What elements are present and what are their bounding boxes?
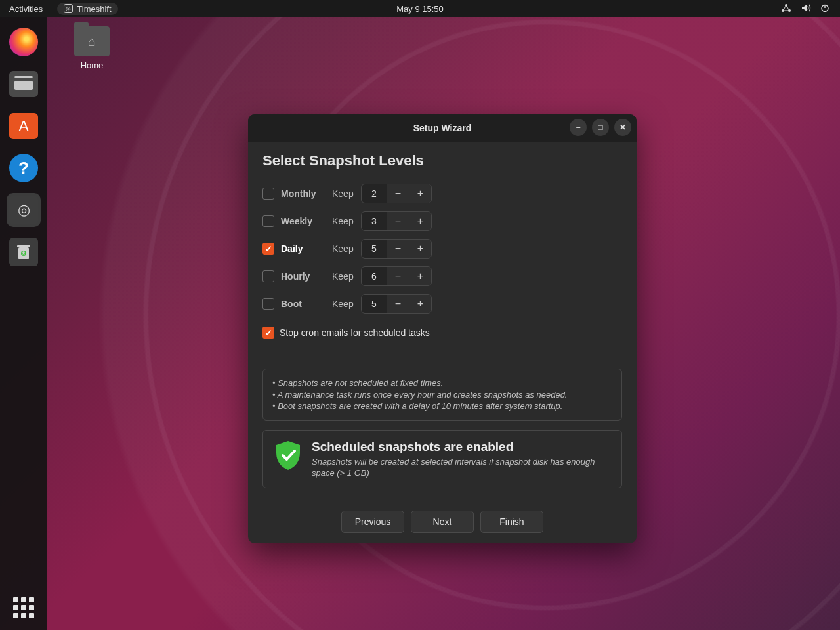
value-boot[interactable] (362, 299, 387, 309)
window-close[interactable]: ✕ (614, 119, 631, 136)
note-line-2: • A maintenance task runs once every hou… (272, 389, 612, 401)
label-monthly: Monthly (281, 188, 332, 199)
level-row-hourly: Hourly Keep − + (262, 262, 622, 290)
volume-icon[interactable] (801, 3, 811, 14)
dec-monthly[interactable]: − (387, 184, 409, 203)
firefox-icon (9, 28, 38, 56)
value-hourly[interactable] (362, 271, 387, 282)
folder-icon: ⌂ (74, 26, 110, 56)
timeshift-icon: ◎ (64, 4, 73, 13)
setup-wizard-window: Setup Wizard − □ ✕ Select Snapshot Level… (248, 114, 637, 543)
checkbox-stop-cron[interactable]: ✓ (262, 327, 274, 339)
level-row-boot: Boot Keep − + (262, 290, 622, 318)
inc-weekly[interactable]: + (409, 211, 431, 231)
topbar-app-indicator[interactable]: ◎ Timeshift (57, 3, 117, 15)
window-content: Select Snapshot Levels Monthly Keep − + … (248, 142, 637, 497)
inc-hourly[interactable]: + (409, 266, 431, 286)
checkbox-hourly[interactable] (262, 270, 274, 282)
checkbox-daily[interactable]: ✓ (262, 243, 274, 255)
activities-button[interactable]: Activities (0, 4, 52, 14)
spinner-hourly: − + (361, 266, 432, 286)
inc-monthly[interactable]: + (409, 184, 431, 203)
inc-daily[interactable]: + (409, 239, 431, 259)
keep-label-weekly: Keep (332, 216, 361, 226)
window-minimize[interactable]: − (570, 119, 587, 136)
keep-label-hourly: Keep (332, 271, 361, 282)
value-weekly[interactable] (362, 216, 387, 226)
spinner-weekly: − + (361, 211, 432, 231)
checkbox-monthly[interactable] (262, 188, 274, 200)
previous-button[interactable]: Previous (341, 511, 404, 533)
value-monthly[interactable] (362, 188, 387, 199)
dock-firefox[interactable] (7, 25, 41, 59)
svg-rect-5 (17, 245, 30, 247)
shield-check-icon (274, 440, 303, 471)
keep-label-boot: Keep (332, 299, 361, 309)
dec-daily[interactable]: − (387, 239, 409, 259)
stop-cron-label: Stop cron emails for scheduled tasks (280, 327, 430, 338)
note-line-1: • Snapshots are not scheduled at fixed t… (272, 377, 612, 389)
keep-label-monthly: Keep (332, 188, 361, 199)
power-icon[interactable] (820, 3, 830, 14)
network-icon[interactable] (781, 3, 791, 14)
label-boot: Boot (281, 299, 332, 309)
level-row-daily: ✓ Daily Keep − + (262, 235, 622, 262)
status-body: Snapshots will be created at selected in… (312, 457, 612, 479)
note-line-3: • Boot snapshots are created with a dela… (272, 400, 612, 412)
status-title: Scheduled snapshots are enabled (312, 440, 612, 454)
label-hourly: Hourly (281, 271, 332, 282)
desktop-home-label: Home (68, 60, 116, 70)
show-apps-button[interactable] (13, 597, 34, 618)
timeshift-app-icon: ◎ (9, 196, 38, 224)
trash-icon (9, 238, 38, 266)
dock-timeshift[interactable]: ◎ (7, 193, 41, 227)
wizard-nav: Previous Next Finish (248, 511, 637, 533)
window-title: Setup Wizard (413, 123, 472, 133)
inc-boot[interactable]: + (409, 294, 431, 314)
window-maximize[interactable]: □ (592, 119, 609, 136)
label-weekly: Weekly (281, 216, 332, 226)
dock-help[interactable]: ? (7, 151, 41, 185)
dec-weekly[interactable]: − (387, 211, 409, 231)
files-icon (9, 71, 38, 97)
stop-cron-row: ✓ Stop cron emails for scheduled tasks (262, 327, 622, 339)
page-heading: Select Snapshot Levels (262, 152, 622, 169)
dock-files[interactable] (7, 67, 41, 101)
value-daily[interactable] (362, 243, 387, 254)
top-bar: Activities ◎ Timeshift May 9 15:50 (0, 0, 840, 17)
spinner-daily: − + (361, 239, 432, 259)
finish-button[interactable]: Finish (480, 511, 543, 533)
checkbox-weekly[interactable] (262, 215, 274, 227)
notes-panel: • Snapshots are not scheduled at fixed t… (262, 369, 622, 421)
spinner-monthly: − + (361, 184, 432, 203)
label-daily: Daily (281, 243, 332, 254)
keep-label-daily: Keep (332, 243, 361, 254)
checkbox-boot[interactable] (262, 298, 274, 310)
next-button[interactable]: Next (411, 511, 474, 533)
window-titlebar[interactable]: Setup Wizard − □ ✕ (248, 114, 637, 142)
dock-software[interactable]: A (7, 109, 41, 143)
dock: A ? ◎ (0, 17, 47, 630)
desktop-home-folder[interactable]: ⌂ Home (68, 26, 116, 70)
status-panel: Scheduled snapshots are enabled Snapshot… (262, 430, 622, 489)
dec-hourly[interactable]: − (387, 266, 409, 286)
spinner-boot: − + (361, 294, 432, 314)
dock-trash[interactable] (7, 235, 41, 269)
dec-boot[interactable]: − (387, 294, 409, 314)
level-row-weekly: Weekly Keep − + (262, 207, 622, 235)
clock[interactable]: May 9 15:50 (396, 4, 444, 14)
level-row-monthly: Monthly Keep − + (262, 180, 622, 207)
topbar-app-name: Timeshift (77, 4, 111, 14)
software-icon: A (9, 113, 38, 139)
help-icon: ? (9, 154, 38, 182)
